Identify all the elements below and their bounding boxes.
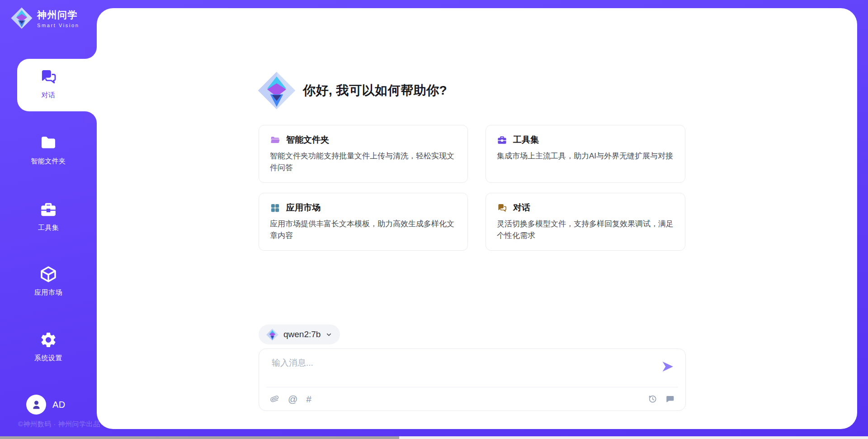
card-description: 集成市场上主流工具，助力AI与外界无缝扩展与对接 — [497, 150, 674, 162]
composer-right-toolbar — [648, 394, 675, 404]
model-name: qwen2:7b — [283, 329, 321, 339]
folder-open-icon — [270, 135, 280, 145]
feature-card-smart-folder[interactable]: 智能文件夹 智能文件夹功能支持批量文件上传与清洗，轻松实现文件问答 — [259, 125, 468, 183]
sidebar-item-label: 工具集 — [38, 224, 59, 232]
cube-icon — [39, 265, 57, 283]
brand-subtitle: Smart Vision — [37, 23, 79, 28]
message-composer: @ # — [259, 348, 686, 411]
sidebar-item-label: 系统设置 — [34, 354, 62, 363]
model-selector[interactable]: qwen2:7b — [259, 324, 340, 344]
chat-icon — [39, 68, 57, 86]
horizontal-scrollbar[interactable] — [0, 436, 868, 439]
active-tab-fillet-top — [85, 47, 97, 59]
active-tab-fillet-bottom — [85, 111, 97, 123]
history-icon[interactable] — [648, 394, 657, 404]
chat-icon — [497, 203, 507, 213]
feature-card-toolset[interactable]: 工具集 集成市场上主流工具，助力AI与外界无缝扩展与对接 — [486, 125, 685, 183]
message-input[interactable] — [271, 356, 648, 384]
gear-icon — [39, 331, 57, 349]
quick-chat-icon[interactable] — [665, 394, 675, 404]
user-profile[interactable]: AD — [26, 395, 66, 415]
card-description: 灵活切换多模型文件，支持多样回复效果调试，满足个性化需求 — [497, 218, 674, 241]
user-initials: AD — [52, 400, 66, 410]
grid-icon — [270, 203, 280, 213]
sidebar-item-label: 应用市场 — [34, 288, 62, 297]
model-logo-icon — [266, 329, 278, 341]
chevron-down-icon — [326, 331, 332, 338]
card-description: 应用市场提供丰富长文本模板，助力高效生成多样化文章内容 — [270, 218, 457, 241]
composer-toolbar: @ # — [270, 394, 311, 404]
app-window: 神州问学 Smart Vision 对话 智能文件夹 工具集 应用市场 — [0, 0, 868, 439]
hashtag-icon[interactable]: # — [306, 394, 311, 404]
sidebar-item-chat[interactable]: 对话 — [0, 68, 97, 100]
sidebar-item-toolset[interactable]: 工具集 — [0, 200, 97, 232]
folder-icon — [39, 134, 57, 152]
card-description: 智能文件夹功能支持批量文件上传与清洗，轻松实现文件问答 — [270, 150, 457, 173]
toolbox-icon — [497, 135, 507, 145]
send-button[interactable] — [661, 360, 675, 373]
card-title: 对话 — [513, 202, 530, 214]
sidebar-item-app-market[interactable]: 应用市场 — [0, 265, 97, 297]
greeting-logo-icon — [258, 72, 296, 110]
greeting-text: 你好, 我可以如何帮助你? — [303, 82, 447, 99]
scrollbar-thumb[interactable] — [0, 436, 399, 439]
mention-icon[interactable]: @ — [288, 394, 297, 404]
sidebar-item-label: 对话 — [42, 91, 56, 100]
diamond-logo-icon — [11, 7, 33, 29]
brand-name: 神州问学 — [37, 9, 79, 21]
avatar — [26, 395, 46, 415]
brand-logo: 神州问学 Smart Vision — [11, 7, 79, 29]
feature-card-app-market[interactable]: 应用市场 应用市场提供丰富长文本模板，助力高效生成多样化文章内容 — [259, 193, 468, 251]
feature-cards: 智能文件夹 智能文件夹功能支持批量文件上传与清洗，轻松实现文件问答 工具集 集成… — [259, 125, 686, 251]
sidebar-footer-text: ©神州数码 · 神州问学出品 — [18, 420, 100, 429]
card-title: 智能文件夹 — [286, 134, 329, 146]
card-title: 工具集 — [513, 134, 539, 146]
person-icon — [30, 399, 42, 411]
feature-card-chat[interactable]: 对话 灵活切换多模型文件，支持多样回复效果调试，满足个性化需求 — [486, 193, 685, 251]
attach-icon[interactable] — [270, 394, 279, 404]
composer-divider — [266, 387, 678, 387]
toolbox-icon — [39, 200, 57, 219]
sidebar-item-label: 智能文件夹 — [31, 157, 66, 166]
sidebar-item-smart-folder[interactable]: 智能文件夹 — [0, 134, 97, 166]
sidebar-item-system-settings[interactable]: 系统设置 — [0, 331, 97, 363]
card-title: 应用市场 — [286, 202, 321, 214]
greeting: 你好, 我可以如何帮助你? — [258, 72, 447, 110]
send-icon — [661, 360, 675, 373]
